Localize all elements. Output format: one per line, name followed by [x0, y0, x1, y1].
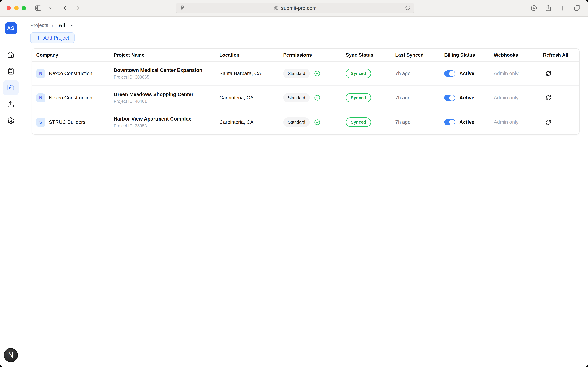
company-name: STRUC Builders	[49, 119, 85, 125]
company-cell: N Nexco Construction	[36, 69, 114, 78]
billing-toggle[interactable]	[444, 95, 455, 101]
tabs-overview-button[interactable]	[573, 4, 581, 12]
minimize-window-button[interactable]	[14, 6, 19, 10]
sync-status-cell: Synced	[346, 93, 395, 102]
main-content: Projects / All Add Project CompanyProjec…	[22, 17, 588, 367]
location-cell: Carpinteria, CA	[219, 95, 283, 100]
toolbar-right-actions	[530, 4, 581, 12]
clipboard-list-icon	[7, 67, 15, 75]
billing-toggle[interactable]	[444, 70, 455, 77]
check-circle-icon	[314, 119, 321, 125]
forward-button[interactable]	[75, 5, 82, 11]
browser-window: submit-pro.com	[0, 0, 588, 367]
reload-icon	[405, 5, 411, 11]
last-synced-cell: 7h ago	[395, 71, 444, 76]
billing-status-cell: Active	[444, 119, 494, 125]
back-button[interactable]	[62, 5, 68, 11]
close-window-button[interactable]	[7, 6, 11, 10]
sync-status-cell: Synced	[346, 117, 395, 127]
folder-kanban-icon	[7, 84, 15, 91]
column-header: Company	[36, 52, 114, 58]
location-cell: Santa Barbara, CA	[219, 71, 283, 76]
company-avatar: N	[36, 69, 45, 78]
webhooks-cell: Admin only	[494, 119, 543, 125]
company-name: Nexco Construction	[49, 95, 92, 100]
check-circle-icon	[314, 70, 321, 77]
check-circle-icon	[314, 95, 321, 101]
add-project-button[interactable]: Add Project	[30, 32, 75, 43]
sync-status-badge: Synced	[346, 93, 371, 102]
project-name: Downtown Medical Center Expansion	[114, 67, 219, 73]
refresh-icon	[546, 95, 551, 100]
share-button[interactable]	[545, 4, 552, 12]
billing-label: Active	[459, 95, 474, 100]
last-synced-cell: 7h ago	[395, 95, 444, 100]
reader-icon[interactable]	[180, 5, 185, 11]
breadcrumb-section[interactable]: Projects	[30, 23, 48, 28]
zoom-window-button[interactable]	[22, 6, 26, 10]
home-icon	[7, 51, 15, 58]
browser-toolbar: submit-pro.com	[0, 0, 588, 17]
sidebar-bottom-divider	[0, 345, 22, 345]
breadcrumb-separator: /	[52, 23, 53, 28]
last-synced-cell: 7h ago	[395, 119, 444, 125]
project-cell: Downtown Medical Center Expansion Projec…	[114, 67, 219, 80]
billing-status-cell: Active	[444, 95, 494, 101]
column-header: Refresh All	[543, 52, 579, 58]
column-header: Sync Status	[346, 52, 395, 58]
sync-status-cell: Synced	[346, 69, 395, 78]
workspace-avatar[interactable]: N	[4, 348, 18, 362]
plus-icon	[36, 35, 41, 41]
breadcrumb-current[interactable]: All	[59, 22, 65, 28]
refresh-cell	[543, 95, 579, 100]
project-id: Project ID: 40401	[114, 99, 219, 104]
column-header: Last Synced	[395, 52, 444, 58]
project-cell: Green Meadows Shopping Center Project ID…	[114, 92, 219, 104]
project-id: Project ID: 38953	[114, 123, 219, 128]
share-icon	[545, 4, 552, 12]
sidebar-menu-chevron[interactable]	[48, 6, 53, 10]
permission-badge: Standard	[283, 69, 310, 78]
company-avatar: N	[36, 93, 45, 102]
new-tab-button[interactable]	[559, 4, 566, 12]
url-text: submit-pro.com	[281, 5, 317, 11]
project-id: Project ID: 303865	[114, 75, 219, 80]
chevron-down-icon	[48, 6, 53, 10]
sidebar-toggle-button[interactable]	[34, 4, 42, 12]
refresh-button[interactable]	[546, 71, 551, 76]
plus-icon	[559, 4, 566, 12]
sidebar-item-projects[interactable]	[3, 80, 19, 95]
location-cell: Carpinteria, CA	[219, 119, 283, 125]
project-cell: Harbor View Apartment Complex Project ID…	[114, 116, 219, 128]
column-header: Webhooks	[494, 52, 543, 58]
forward-icon	[75, 5, 82, 11]
toggle-knob	[449, 119, 455, 125]
refresh-icon	[546, 71, 551, 76]
gear-icon	[7, 117, 15, 124]
user-avatar[interactable]: AS	[5, 22, 17, 34]
refresh-icon	[546, 119, 551, 125]
column-header: Location	[219, 52, 283, 58]
sidebar-item-settings[interactable]	[3, 113, 19, 128]
table-header: CompanyProject NameLocationPermissionsSy…	[32, 49, 579, 62]
sidebar-toggle-icon	[34, 4, 42, 12]
refresh-button[interactable]	[546, 119, 551, 125]
toggle-knob	[449, 71, 455, 76]
billing-label: Active	[459, 119, 474, 125]
address-bar[interactable]: submit-pro.com	[176, 3, 414, 13]
sidebar-item-home[interactable]	[3, 47, 19, 62]
reload-button[interactable]	[405, 5, 411, 11]
sidebar-item-upload[interactable]	[3, 97, 19, 112]
toolbar-divider	[45, 4, 45, 12]
breadcrumb-dropdown[interactable]	[69, 23, 74, 28]
company-name: Nexco Construction	[49, 71, 92, 76]
billing-toggle[interactable]	[444, 119, 455, 125]
permissions-cell: Standard	[283, 93, 346, 102]
webhooks-cell: Admin only	[494, 71, 543, 76]
refresh-button[interactable]	[546, 95, 551, 100]
downloads-button[interactable]	[530, 4, 538, 12]
app-sidebar: AS	[0, 17, 22, 367]
permissions-cell: Standard	[283, 69, 346, 78]
sidebar-item-tasks[interactable]	[3, 64, 19, 79]
column-header: Project Name	[114, 52, 219, 58]
